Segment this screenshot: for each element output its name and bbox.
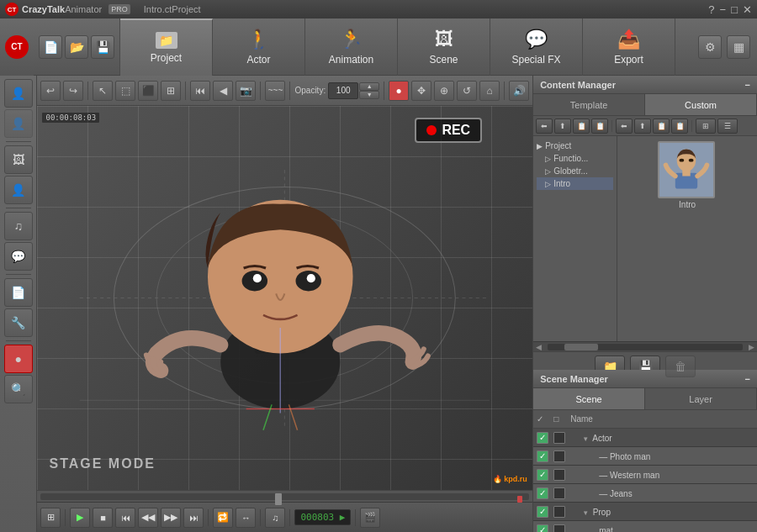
content-h-scrollbar[interactable]: ◀ ▶ bbox=[533, 341, 757, 351]
tab-scene-view[interactable]: Scene bbox=[533, 388, 645, 409]
tree-item-functio[interactable]: ▷ Functio... bbox=[537, 152, 613, 165]
cm-btn-5[interactable]: ⬅ bbox=[616, 119, 633, 134]
scroll-left-btn[interactable]: ◀ bbox=[533, 343, 544, 351]
tab-template[interactable]: Template bbox=[533, 94, 645, 115]
sidebar-speech-btn[interactable]: 💬 bbox=[4, 242, 33, 271]
cm-btn-1[interactable]: ⬅ bbox=[536, 119, 553, 134]
tab-layer-view[interactable]: Layer bbox=[645, 388, 757, 409]
tree-item-globetr[interactable]: ▷ Globetr... bbox=[537, 165, 613, 177]
bounce-btn[interactable]: ↔ bbox=[236, 508, 256, 528]
sidebar-doc-btn[interactable]: 📄 bbox=[4, 278, 33, 307]
cm-btn-6[interactable]: ⬆ bbox=[634, 119, 651, 134]
sidebar-person-btn[interactable]: 👤 bbox=[4, 79, 33, 108]
cm-btn-7[interactable]: 📋 bbox=[653, 119, 670, 134]
maximize-btn[interactable]: □ bbox=[731, 3, 738, 16]
layout-toggle-btn[interactable]: ⊞ bbox=[40, 508, 61, 528]
prev-frame-btn[interactable]: ◀ bbox=[213, 81, 233, 101]
cm-view-btn-1[interactable]: ⊞ bbox=[696, 119, 716, 134]
prop-group-vis[interactable] bbox=[553, 506, 565, 518]
sidebar-record-btn[interactable]: ● bbox=[4, 345, 33, 373]
skip-start-btn[interactable]: ⏮ bbox=[190, 81, 210, 101]
music-btn[interactable]: ♫ bbox=[265, 508, 285, 528]
scene-row-mat[interactable]: ✓ mat bbox=[533, 521, 757, 532]
next-btn[interactable]: ▶▶ bbox=[161, 508, 181, 528]
settings-btn[interactable]: ⚙ bbox=[698, 35, 722, 59]
tab-actor[interactable]: 🚶 Actor bbox=[213, 18, 305, 76]
scroll-right-btn[interactable]: ▶ bbox=[746, 343, 757, 351]
opacity-down-btn[interactable]: ▼ bbox=[359, 91, 379, 99]
tab-custom[interactable]: Custom bbox=[645, 94, 757, 115]
play-btn[interactable]: ▶ bbox=[70, 508, 90, 528]
close-btn[interactable]: ✕ bbox=[743, 3, 752, 16]
content-manager-collapse-btn[interactable]: − bbox=[745, 80, 750, 90]
eyelash-btn[interactable]: ~~~ bbox=[265, 81, 285, 101]
cm-btn-2[interactable]: ⬆ bbox=[554, 119, 571, 134]
sidebar-music-btn[interactable]: ♫ bbox=[4, 212, 33, 240]
tab-special-fx[interactable]: 💬 Special FX bbox=[490, 18, 583, 76]
help-btn[interactable]: ? bbox=[708, 3, 714, 16]
mat-check[interactable]: ✓ bbox=[537, 524, 548, 533]
new-btn[interactable]: 📄 bbox=[39, 35, 62, 59]
scene-manager-collapse-btn[interactable]: − bbox=[745, 374, 750, 384]
skip-to-end-btn[interactable]: ⏭ bbox=[183, 508, 204, 528]
tab-project[interactable]: 📁 Project bbox=[120, 18, 213, 76]
western-man-check[interactable]: ✓ bbox=[537, 469, 548, 481]
tab-export[interactable]: 📤 Export bbox=[583, 18, 675, 76]
scroll-thumb[interactable] bbox=[564, 344, 598, 350]
sidebar-face-btn[interactable]: 👤 bbox=[4, 176, 33, 204]
cm-btn-4[interactable]: 📋 bbox=[591, 119, 608, 134]
photo-man-check[interactable]: ✓ bbox=[537, 450, 548, 462]
sidebar-zoom-btn[interactable]: 🔍 bbox=[4, 375, 33, 403]
open-btn[interactable]: 📂 bbox=[65, 35, 88, 59]
render-btn[interactable]: 🎬 bbox=[360, 508, 380, 528]
scene-row-prop-group[interactable]: ✓ ▼ Prop bbox=[533, 503, 757, 521]
cm-btn-3[interactable]: 📋 bbox=[573, 119, 590, 134]
scene-row-jeans[interactable]: ✓ — Jeans bbox=[533, 484, 757, 503]
transform-btn[interactable]: ⬛ bbox=[138, 81, 158, 101]
cm-btn-8[interactable]: 📋 bbox=[671, 119, 688, 134]
camera-btn[interactable]: 📷 bbox=[236, 81, 256, 101]
loop-btn[interactable]: 🔁 bbox=[213, 508, 233, 528]
move-btn[interactable]: ✥ bbox=[411, 81, 431, 101]
pivot-btn[interactable]: ⊕ bbox=[434, 81, 454, 101]
jeans-check[interactable]: ✓ bbox=[537, 487, 548, 499]
tab-scene[interactable]: 🖼 Scene bbox=[398, 18, 490, 76]
opacity-up-btn[interactable]: ▲ bbox=[359, 82, 379, 91]
opacity-input[interactable] bbox=[328, 82, 358, 99]
scene-row-photo-man[interactable]: ✓ — Photo man bbox=[533, 447, 757, 466]
scene-row-western-man[interactable]: ✓ — Western man bbox=[533, 466, 757, 484]
cm-bottom-btn-3[interactable]: 🗑 bbox=[665, 356, 696, 377]
timeline-bar[interactable] bbox=[37, 490, 532, 502]
select-btn[interactable]: ⬚ bbox=[115, 81, 135, 101]
undo2-btn[interactable]: ↺ bbox=[457, 81, 477, 101]
actor-group-check[interactable]: ✓ bbox=[537, 432, 548, 444]
prop-group-check[interactable]: ✓ bbox=[537, 506, 548, 518]
photo-man-vis[interactable] bbox=[553, 450, 565, 462]
sidebar-photo-btn[interactable]: 🖼 bbox=[4, 145, 33, 174]
skip-to-start-btn[interactable]: ⏮ bbox=[115, 508, 135, 528]
content-thumb-intro[interactable]: Intro bbox=[658, 141, 717, 209]
record-mode-btn[interactable]: ● bbox=[389, 81, 409, 101]
grid-btn[interactable]: ⊞ bbox=[161, 81, 181, 101]
mat-vis[interactable] bbox=[553, 524, 565, 533]
layout-btn[interactable]: ▦ bbox=[727, 35, 750, 59]
home-btn[interactable]: ⌂ bbox=[479, 81, 500, 101]
stop-btn[interactable]: ■ bbox=[93, 508, 113, 528]
western-man-vis[interactable] bbox=[553, 469, 565, 481]
undo-btn[interactable]: ↩ bbox=[40, 81, 61, 101]
cm-view-btn-2[interactable]: ☰ bbox=[717, 119, 738, 134]
tree-item-intro[interactable]: ▷ Intro bbox=[537, 177, 613, 190]
sidebar-actor-btn[interactable]: 👤 bbox=[4, 109, 33, 138]
jeans-vis[interactable] bbox=[553, 487, 565, 499]
audio-btn[interactable]: 🔊 bbox=[509, 81, 529, 101]
minimize-btn[interactable]: − bbox=[720, 3, 727, 16]
tree-item-project[interactable]: ▶ Project bbox=[537, 140, 613, 152]
redo-btn[interactable]: ↪ bbox=[63, 81, 83, 101]
pointer-btn[interactable]: ↖ bbox=[93, 81, 113, 101]
prev-btn[interactable]: ◀◀ bbox=[138, 508, 158, 528]
scene-row-actor-group[interactable]: ✓ ▼ Actor bbox=[533, 429, 757, 447]
tab-animation[interactable]: 🏃 Animation bbox=[305, 18, 398, 76]
sidebar-settings2-btn[interactable]: 🔧 bbox=[4, 308, 33, 337]
save-btn[interactable]: 💾 bbox=[91, 35, 114, 59]
actor-group-vis[interactable] bbox=[553, 432, 565, 444]
